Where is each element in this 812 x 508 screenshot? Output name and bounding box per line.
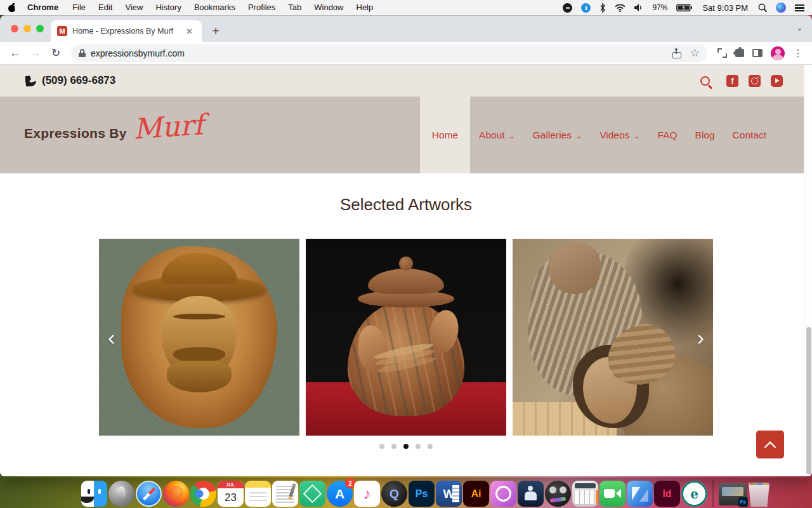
dock-safari-icon[interactable] (136, 481, 162, 507)
nav-galleries[interactable]: Galleries⌄ (524, 97, 591, 173)
dock-illustrator-icon[interactable]: Ai (463, 481, 489, 507)
menu-file[interactable]: File (67, 0, 91, 15)
bluetooth-icon[interactable] (599, 3, 606, 13)
extensions-icon[interactable] (735, 49, 744, 57)
menu-help[interactable]: Help (351, 0, 379, 15)
lock-icon[interactable] (79, 49, 86, 57)
dock-calculator-icon[interactable] (572, 481, 598, 507)
creative-cloud-icon[interactable]: ∞ (563, 3, 572, 13)
dock-minimized-photoshop-window[interactable]: Ps (719, 483, 747, 505)
url-text[interactable]: expressionsbymurf.com (91, 48, 667, 58)
volume-icon[interactable] (634, 4, 643, 11)
carousel-slide-carved-cowboy-face[interactable] (99, 239, 299, 436)
dock-quicktime-icon[interactable]: Q (381, 481, 407, 507)
nav-contact[interactable]: Contact (724, 97, 775, 173)
nav-about[interactable]: About⌄ (470, 97, 524, 173)
instagram-icon[interactable] (749, 75, 761, 87)
carousel-dot[interactable] (428, 444, 433, 449)
side-panel-icon[interactable] (752, 49, 763, 57)
carousel-dot[interactable] (379, 444, 384, 449)
phone-link[interactable]: (509) 669-6873 (25, 74, 115, 87)
bookmark-star-icon[interactable]: ☆ (690, 46, 700, 60)
artwork-carousel: ‹ › (99, 239, 713, 436)
carousel-next-icon[interactable]: › (697, 326, 704, 348)
carousel-dot-active[interactable] (403, 444, 409, 449)
share-icon[interactable] (672, 48, 681, 58)
dock-photoshop-icon[interactable]: Ps (409, 481, 435, 507)
dock-eset-icon[interactable]: e (681, 481, 707, 507)
dock-launchpad-icon[interactable] (108, 481, 134, 507)
nav-videos[interactable]: Videos⌄ (591, 97, 648, 173)
carousel-slide-bearded-sculpture[interactable] (513, 239, 713, 436)
scrollbar-thumb[interactable] (806, 327, 811, 474)
menu-bar: Chrome File Edit View History Bookmarks … (0, 0, 812, 15)
address-bar[interactable]: expressionsbymurf.com ☆ (71, 44, 707, 62)
dock-chrome-icon[interactable] (190, 481, 216, 507)
nav-blog[interactable]: Blog (686, 97, 724, 173)
dock-finder-icon[interactable] (81, 481, 107, 507)
menu-edit[interactable]: Edit (93, 0, 118, 15)
tab-close-icon[interactable]: ✕ (183, 25, 195, 37)
menu-history[interactable]: History (150, 0, 187, 15)
forward-button[interactable]: → (27, 44, 44, 62)
back-button[interactable]: ← (6, 44, 24, 62)
carousel-prev-icon[interactable]: ‹ (108, 326, 115, 348)
info-icon[interactable]: i (581, 3, 591, 13)
page-scrollbar[interactable] (804, 65, 812, 476)
dock-kindle-icon[interactable] (518, 481, 544, 507)
menu-clock[interactable]: Sat 9:03 PM (701, 3, 749, 13)
spotlight-icon[interactable] (758, 3, 767, 12)
menu-app-name[interactable]: Chrome (22, 0, 65, 15)
siri-icon[interactable] (776, 3, 786, 13)
tab-search-chevron-icon[interactable]: ⌄ (796, 23, 803, 32)
browser-menu-icon[interactable]: ⋮ (793, 47, 803, 59)
notification-center-icon[interactable] (795, 4, 804, 11)
carousel-dot[interactable] (416, 444, 421, 449)
fullscreen-icon[interactable] (717, 48, 727, 58)
close-window-button[interactable] (11, 25, 18, 32)
carousel-dot[interactable] (391, 444, 396, 449)
dock-notes-icon[interactable] (245, 481, 271, 507)
dock-trash-icon[interactable] (748, 481, 771, 507)
minimize-window-button[interactable] (23, 25, 31, 32)
dock-calendar-icon[interactable]: JUL 23 (218, 481, 244, 507)
dock-affinity-photo-icon[interactable] (490, 481, 516, 507)
dock-firefox-icon[interactable] (163, 481, 189, 507)
active-tab[interactable]: M Home - Expressions By Murf ✕ (51, 20, 202, 42)
dock-screenflow-icon[interactable] (545, 481, 571, 507)
site-header: Expressions By Murf Home About⌄ Gallerie… (0, 97, 812, 173)
dock-word-icon[interactable]: W (436, 481, 462, 507)
dock-textedit-icon[interactable] (272, 481, 298, 507)
menu-view[interactable]: View (119, 0, 148, 15)
dock-facetime-icon[interactable] (599, 481, 625, 507)
wifi-icon[interactable] (615, 4, 625, 12)
profile-avatar[interactable] (771, 46, 785, 60)
dock-affinity-designer-icon[interactable] (627, 481, 653, 507)
menu-tab[interactable]: Tab (282, 0, 307, 15)
nav-home[interactable]: Home (420, 97, 470, 173)
search-icon[interactable] (700, 76, 710, 86)
menu-bookmarks[interactable]: Bookmarks (188, 0, 241, 15)
reload-button[interactable]: ↻ (47, 44, 65, 62)
dock: JUL 23 A2 ♪ Q Ps W Ai Id e Ps (81, 480, 771, 507)
site-logo[interactable]: Expressions By Murf (24, 114, 204, 141)
apple-icon[interactable] (8, 3, 16, 12)
nav-faq[interactable]: FAQ (649, 97, 686, 173)
chevron-down-icon: ⌄ (509, 132, 515, 140)
scroll-to-top-button[interactable] (756, 431, 784, 458)
facebook-icon[interactable]: f (726, 75, 738, 87)
menu-window[interactable]: Window (308, 0, 349, 15)
browser-toolbar: ← → ↻ expressionsbymurf.com ☆ ⋮ (0, 42, 812, 65)
menu-profiles[interactable]: Profiles (242, 0, 281, 15)
carousel-slide-sculpted-urn[interactable] (306, 239, 506, 436)
dock-app-store-icon[interactable]: A2 (327, 481, 353, 507)
dock-music-icon[interactable]: ♪ (354, 481, 380, 507)
new-tab-button[interactable]: + (207, 22, 225, 40)
dock-separator (712, 480, 714, 507)
site-main: Selected Artworks ‹ › (0, 173, 812, 476)
dock-indesign-icon[interactable]: Id (654, 481, 680, 507)
phone-number[interactable]: (509) 669-6873 (42, 74, 115, 87)
youtube-icon[interactable] (771, 75, 783, 87)
dock-green-diamond-app-icon[interactable] (299, 481, 325, 507)
zoom-window-button[interactable] (36, 25, 44, 32)
